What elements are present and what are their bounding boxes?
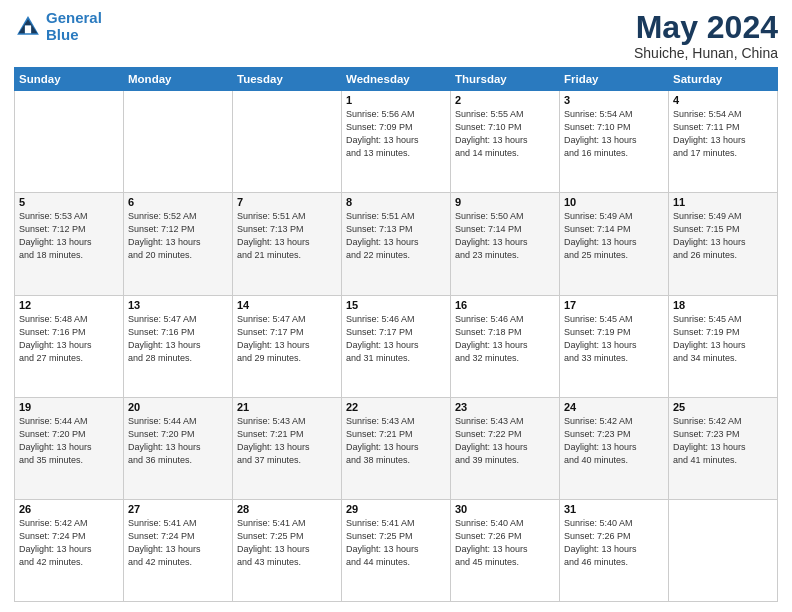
calendar-week-row: 26Sunrise: 5:42 AM Sunset: 7:24 PM Dayli… bbox=[15, 499, 778, 601]
calendar-cell: 19Sunrise: 5:44 AM Sunset: 7:20 PM Dayli… bbox=[15, 397, 124, 499]
day-info: Sunrise: 5:54 AM Sunset: 7:11 PM Dayligh… bbox=[673, 108, 773, 160]
calendar-week-row: 19Sunrise: 5:44 AM Sunset: 7:20 PM Dayli… bbox=[15, 397, 778, 499]
day-number: 15 bbox=[346, 299, 446, 311]
day-info: Sunrise: 5:41 AM Sunset: 7:25 PM Dayligh… bbox=[237, 517, 337, 569]
day-info: Sunrise: 5:41 AM Sunset: 7:25 PM Dayligh… bbox=[346, 517, 446, 569]
calendar-cell: 2Sunrise: 5:55 AM Sunset: 7:10 PM Daylig… bbox=[451, 91, 560, 193]
calendar-cell: 5Sunrise: 5:53 AM Sunset: 7:12 PM Daylig… bbox=[15, 193, 124, 295]
day-info: Sunrise: 5:51 AM Sunset: 7:13 PM Dayligh… bbox=[237, 210, 337, 262]
calendar-cell: 21Sunrise: 5:43 AM Sunset: 7:21 PM Dayli… bbox=[233, 397, 342, 499]
day-info: Sunrise: 5:40 AM Sunset: 7:26 PM Dayligh… bbox=[455, 517, 555, 569]
day-info: Sunrise: 5:51 AM Sunset: 7:13 PM Dayligh… bbox=[346, 210, 446, 262]
calendar-cell: 8Sunrise: 5:51 AM Sunset: 7:13 PM Daylig… bbox=[342, 193, 451, 295]
day-number: 28 bbox=[237, 503, 337, 515]
day-info: Sunrise: 5:52 AM Sunset: 7:12 PM Dayligh… bbox=[128, 210, 228, 262]
calendar-header-row: SundayMondayTuesdayWednesdayThursdayFrid… bbox=[15, 68, 778, 91]
day-number: 11 bbox=[673, 196, 773, 208]
calendar-cell: 14Sunrise: 5:47 AM Sunset: 7:17 PM Dayli… bbox=[233, 295, 342, 397]
logo-icon bbox=[14, 13, 42, 41]
calendar-cell: 9Sunrise: 5:50 AM Sunset: 7:14 PM Daylig… bbox=[451, 193, 560, 295]
day-info: Sunrise: 5:46 AM Sunset: 7:17 PM Dayligh… bbox=[346, 313, 446, 365]
weekday-header: Wednesday bbox=[342, 68, 451, 91]
day-info: Sunrise: 5:46 AM Sunset: 7:18 PM Dayligh… bbox=[455, 313, 555, 365]
day-number: 17 bbox=[564, 299, 664, 311]
day-number: 22 bbox=[346, 401, 446, 413]
day-info: Sunrise: 5:43 AM Sunset: 7:22 PM Dayligh… bbox=[455, 415, 555, 467]
day-number: 21 bbox=[237, 401, 337, 413]
location: Shuiche, Hunan, China bbox=[634, 45, 778, 61]
calendar-cell: 6Sunrise: 5:52 AM Sunset: 7:12 PM Daylig… bbox=[124, 193, 233, 295]
page: General Blue May 2024 Shuiche, Hunan, Ch… bbox=[0, 0, 792, 612]
calendar-week-row: 5Sunrise: 5:53 AM Sunset: 7:12 PM Daylig… bbox=[15, 193, 778, 295]
calendar-cell bbox=[124, 91, 233, 193]
day-number: 5 bbox=[19, 196, 119, 208]
day-number: 4 bbox=[673, 94, 773, 106]
header: General Blue May 2024 Shuiche, Hunan, Ch… bbox=[14, 10, 778, 61]
calendar-cell: 12Sunrise: 5:48 AM Sunset: 7:16 PM Dayli… bbox=[15, 295, 124, 397]
calendar-cell: 23Sunrise: 5:43 AM Sunset: 7:22 PM Dayli… bbox=[451, 397, 560, 499]
day-info: Sunrise: 5:50 AM Sunset: 7:14 PM Dayligh… bbox=[455, 210, 555, 262]
day-number: 25 bbox=[673, 401, 773, 413]
day-info: Sunrise: 5:54 AM Sunset: 7:10 PM Dayligh… bbox=[564, 108, 664, 160]
calendar-cell: 13Sunrise: 5:47 AM Sunset: 7:16 PM Dayli… bbox=[124, 295, 233, 397]
calendar-cell: 4Sunrise: 5:54 AM Sunset: 7:11 PM Daylig… bbox=[669, 91, 778, 193]
day-number: 8 bbox=[346, 196, 446, 208]
calendar-cell: 24Sunrise: 5:42 AM Sunset: 7:23 PM Dayli… bbox=[560, 397, 669, 499]
calendar-week-row: 12Sunrise: 5:48 AM Sunset: 7:16 PM Dayli… bbox=[15, 295, 778, 397]
day-number: 27 bbox=[128, 503, 228, 515]
calendar-cell: 29Sunrise: 5:41 AM Sunset: 7:25 PM Dayli… bbox=[342, 499, 451, 601]
day-info: Sunrise: 5:49 AM Sunset: 7:15 PM Dayligh… bbox=[673, 210, 773, 262]
weekday-header: Thursday bbox=[451, 68, 560, 91]
calendar-cell: 18Sunrise: 5:45 AM Sunset: 7:19 PM Dayli… bbox=[669, 295, 778, 397]
day-info: Sunrise: 5:43 AM Sunset: 7:21 PM Dayligh… bbox=[346, 415, 446, 467]
day-info: Sunrise: 5:56 AM Sunset: 7:09 PM Dayligh… bbox=[346, 108, 446, 160]
day-info: Sunrise: 5:48 AM Sunset: 7:16 PM Dayligh… bbox=[19, 313, 119, 365]
calendar-cell: 1Sunrise: 5:56 AM Sunset: 7:09 PM Daylig… bbox=[342, 91, 451, 193]
day-number: 14 bbox=[237, 299, 337, 311]
day-number: 16 bbox=[455, 299, 555, 311]
weekday-header: Sunday bbox=[15, 68, 124, 91]
day-info: Sunrise: 5:47 AM Sunset: 7:17 PM Dayligh… bbox=[237, 313, 337, 365]
calendar-cell: 22Sunrise: 5:43 AM Sunset: 7:21 PM Dayli… bbox=[342, 397, 451, 499]
day-info: Sunrise: 5:44 AM Sunset: 7:20 PM Dayligh… bbox=[19, 415, 119, 467]
logo-text: General Blue bbox=[46, 10, 102, 43]
day-number: 6 bbox=[128, 196, 228, 208]
month-year: May 2024 bbox=[634, 10, 778, 45]
calendar-cell bbox=[669, 499, 778, 601]
day-number: 26 bbox=[19, 503, 119, 515]
day-info: Sunrise: 5:42 AM Sunset: 7:23 PM Dayligh… bbox=[673, 415, 773, 467]
calendar-cell: 25Sunrise: 5:42 AM Sunset: 7:23 PM Dayli… bbox=[669, 397, 778, 499]
day-number: 13 bbox=[128, 299, 228, 311]
calendar-week-row: 1Sunrise: 5:56 AM Sunset: 7:09 PM Daylig… bbox=[15, 91, 778, 193]
day-info: Sunrise: 5:41 AM Sunset: 7:24 PM Dayligh… bbox=[128, 517, 228, 569]
day-number: 9 bbox=[455, 196, 555, 208]
day-info: Sunrise: 5:40 AM Sunset: 7:26 PM Dayligh… bbox=[564, 517, 664, 569]
calendar-cell: 31Sunrise: 5:40 AM Sunset: 7:26 PM Dayli… bbox=[560, 499, 669, 601]
day-number: 7 bbox=[237, 196, 337, 208]
title-block: May 2024 Shuiche, Hunan, China bbox=[634, 10, 778, 61]
day-info: Sunrise: 5:55 AM Sunset: 7:10 PM Dayligh… bbox=[455, 108, 555, 160]
day-info: Sunrise: 5:43 AM Sunset: 7:21 PM Dayligh… bbox=[237, 415, 337, 467]
calendar: SundayMondayTuesdayWednesdayThursdayFrid… bbox=[14, 67, 778, 602]
svg-rect-2 bbox=[25, 25, 31, 33]
logo: General Blue bbox=[14, 10, 102, 43]
day-info: Sunrise: 5:44 AM Sunset: 7:20 PM Dayligh… bbox=[128, 415, 228, 467]
day-info: Sunrise: 5:45 AM Sunset: 7:19 PM Dayligh… bbox=[564, 313, 664, 365]
calendar-cell: 10Sunrise: 5:49 AM Sunset: 7:14 PM Dayli… bbox=[560, 193, 669, 295]
calendar-cell: 17Sunrise: 5:45 AM Sunset: 7:19 PM Dayli… bbox=[560, 295, 669, 397]
day-info: Sunrise: 5:53 AM Sunset: 7:12 PM Dayligh… bbox=[19, 210, 119, 262]
calendar-cell: 3Sunrise: 5:54 AM Sunset: 7:10 PM Daylig… bbox=[560, 91, 669, 193]
calendar-cell bbox=[15, 91, 124, 193]
weekday-header: Tuesday bbox=[233, 68, 342, 91]
day-number: 19 bbox=[19, 401, 119, 413]
calendar-cell: 15Sunrise: 5:46 AM Sunset: 7:17 PM Dayli… bbox=[342, 295, 451, 397]
day-number: 3 bbox=[564, 94, 664, 106]
day-number: 1 bbox=[346, 94, 446, 106]
calendar-cell: 16Sunrise: 5:46 AM Sunset: 7:18 PM Dayli… bbox=[451, 295, 560, 397]
day-number: 20 bbox=[128, 401, 228, 413]
weekday-header: Monday bbox=[124, 68, 233, 91]
calendar-cell: 7Sunrise: 5:51 AM Sunset: 7:13 PM Daylig… bbox=[233, 193, 342, 295]
day-number: 2 bbox=[455, 94, 555, 106]
calendar-cell: 11Sunrise: 5:49 AM Sunset: 7:15 PM Dayli… bbox=[669, 193, 778, 295]
calendar-cell: 27Sunrise: 5:41 AM Sunset: 7:24 PM Dayli… bbox=[124, 499, 233, 601]
